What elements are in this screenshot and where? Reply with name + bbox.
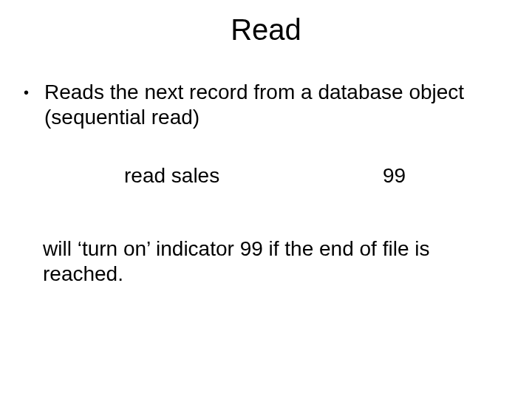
code-command: read sales	[124, 164, 219, 188]
slide: Read • Reads the next record from a data…	[0, 0, 532, 399]
bullet-text: Reads the next record from a database ob…	[44, 80, 510, 130]
slide-body: • Reads the next record from a database …	[22, 80, 510, 130]
code-indicator: 99	[383, 164, 406, 188]
closing-text: will ‘turn on’ indicator 99 if the end o…	[43, 236, 508, 287]
bullet-marker: •	[22, 80, 44, 105]
slide-title: Read	[0, 13, 532, 47]
bullet-item: • Reads the next record from a database …	[22, 80, 510, 130]
